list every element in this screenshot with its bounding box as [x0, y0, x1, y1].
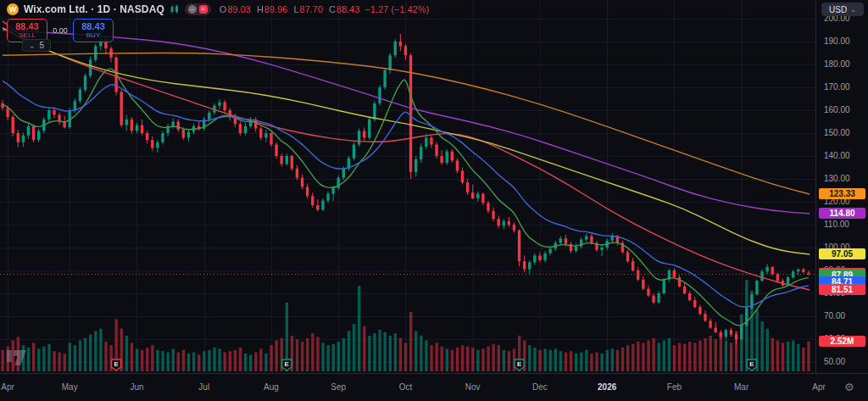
sell-label: SELL [8, 31, 47, 39]
symbol-title[interactable]: Wix.com Ltd. · 1D · NASDAQ [24, 3, 164, 15]
month-label: Nov [465, 382, 481, 392]
price-label: 97.05 [819, 248, 865, 259]
month-label: Apr [812, 382, 826, 392]
price-tick: 130.00 [824, 174, 850, 183]
status-flags[interactable]: – = [185, 3, 211, 15]
price-axis[interactable]: USD ⌄ 200.00190.00180.00170.00160.00150.… [815, 0, 868, 373]
price-tick: 190.00 [824, 36, 850, 46]
month-label: Oct [399, 382, 413, 392]
chevron-down-icon: ⌄ [29, 42, 36, 50]
axis-settings-gear-icon[interactable]: ⚙ [844, 381, 854, 393]
ohlc-value: 87.70 [300, 4, 324, 14]
price-label: 81.51 [819, 284, 865, 295]
price-tick: 160.00 [824, 105, 850, 114]
price-tick: 140.00 [824, 151, 850, 160]
symbol-legend: W Wix.com Ltd. · 1D · NASDAQ – = O89.03H… [7, 3, 429, 15]
buy-button[interactable]: 88.43 BUY [73, 19, 114, 42]
price-tick: 170.00 [824, 82, 850, 92]
symbol-logo: W [7, 3, 19, 15]
chart-window: W Wix.com Ltd. · 1D · NASDAQ – = O89.03H… [0, 0, 868, 401]
ohlc-key: O [220, 4, 227, 14]
chevron-down-icon: ⌄ [850, 6, 856, 14]
spread-value: 0.00 [47, 26, 73, 35]
currency-label: USD [829, 5, 847, 14]
ohlc-value: 89.03 [227, 4, 251, 14]
month-label: Mar [734, 382, 748, 392]
month-label: Jun [130, 382, 143, 392]
indicator-count: 5 [40, 41, 45, 50]
month-label: May [62, 382, 78, 392]
price-change: −1.27 (−1.42%) [365, 4, 430, 14]
volume-label: 2.52M [819, 336, 865, 347]
time-axis[interactable]: ⚙ AprMayJunJulAugSepOctNovDec2026FebMarA… [0, 373, 868, 401]
price-label: 114.80 [819, 208, 865, 219]
month-label: Sep [331, 382, 346, 392]
buy-price: 88.43 [74, 21, 113, 31]
month-label: Aug [264, 382, 279, 392]
month-label: Dec [532, 382, 548, 392]
price-tick: 150.00 [824, 128, 850, 137]
ohlc-key: C [329, 4, 336, 14]
price-tick: 50.00 [824, 357, 845, 366]
month-label: Jul [198, 382, 209, 392]
candles-chart-type-icon [170, 4, 180, 14]
delay-flag-icon: = [199, 5, 208, 14]
month-label: Apr [1, 382, 14, 392]
sell-price: 88.43 [8, 21, 47, 31]
buy-label: BUY [74, 31, 113, 39]
minus-flag-icon: – [188, 5, 197, 14]
price-tick: 110.00 [824, 220, 849, 229]
indicators-collapse-chip[interactable]: ⌄ 5 [22, 39, 51, 52]
price-chart-canvas[interactable] [0, 0, 815, 373]
ohlc-value: 89.96 [264, 4, 288, 14]
ohlc-values: O89.03H89.96L87.70C88.43 [220, 4, 360, 14]
ohlc-value: 88.43 [337, 4, 360, 14]
currency-button[interactable]: USD ⌄ [821, 3, 864, 16]
price-label: 123.33 [819, 188, 865, 199]
ohlc-key: H [257, 4, 264, 14]
price-tick: 180.00 [824, 59, 850, 69]
month-label: 2026 [598, 382, 616, 392]
month-label: Feb [667, 382, 682, 392]
ohlc-key: L [293, 4, 298, 14]
price-tick: 70.00 [824, 311, 845, 320]
